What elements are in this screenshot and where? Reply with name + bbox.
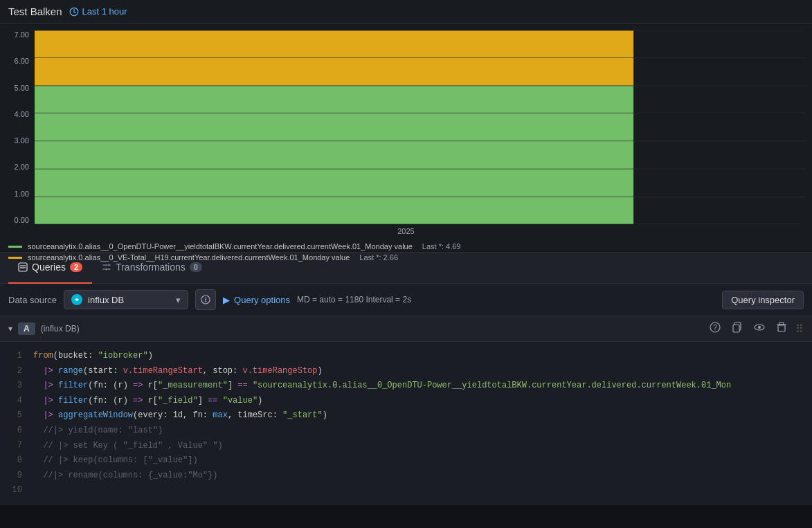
query-label: A bbox=[18, 322, 35, 335]
svg-rect-26 bbox=[778, 325, 785, 331]
query-db-label: (influx DB) bbox=[41, 324, 80, 334]
panel-header: Test Balken Last 1 hour bbox=[0, 0, 812, 24]
code-line-6: 6 //|> yield(name: "last") bbox=[8, 424, 804, 439]
svg-point-25 bbox=[758, 326, 761, 329]
datasource-name: influx DB bbox=[88, 295, 170, 305]
query-options-meta: MD = auto = 1180 Interval = 2s bbox=[297, 295, 411, 304]
code-line-3: 3 |> filter(fn: (r) => r["_measurement"]… bbox=[8, 379, 804, 394]
code-line-7: 7 // |> set Key ( "_field" , Value" ") bbox=[8, 439, 804, 454]
svg-rect-3 bbox=[35, 86, 633, 224]
svg-rect-23 bbox=[733, 325, 739, 332]
chart-area bbox=[35, 30, 805, 224]
legend-item-green: sourceanalytix.0.alias__0_OpenDTU-Power_… bbox=[8, 242, 804, 251]
bar-chart-svg bbox=[35, 30, 805, 224]
chart-legend: sourceanalytix.0.alias__0_OpenDTU-Power_… bbox=[0, 238, 812, 266]
query-delete-button[interactable] bbox=[773, 320, 790, 337]
x-axis-label: 2025 bbox=[0, 224, 812, 238]
query-options-toggle[interactable]: ▶ Query options bbox=[223, 295, 290, 305]
datasource-selector[interactable]: influx DB ▾ bbox=[64, 290, 188, 309]
legend-last-green: Last *: 4.69 bbox=[422, 242, 461, 251]
legend-color-yellow bbox=[8, 257, 22, 259]
svg-rect-28 bbox=[779, 322, 784, 325]
code-line-9: 9 //|> rename(columns: {_value:"Mo"}) bbox=[8, 468, 804, 484]
query-help-button[interactable]: ? bbox=[707, 320, 723, 337]
datasource-dropdown-arrow: ▾ bbox=[176, 295, 181, 305]
datasource-info-btn[interactable] bbox=[195, 289, 216, 310]
query-inspector-button[interactable]: Query inspector bbox=[722, 291, 804, 309]
time-range-selector[interactable]: Last 1 hour bbox=[69, 6, 127, 17]
drag-handle[interactable]: ⠿ bbox=[795, 322, 804, 336]
time-range-label: Last 1 hour bbox=[82, 6, 127, 17]
legend-text-yellow: sourceanalytix.0.alias__0_VE-Total__H19.… bbox=[28, 253, 350, 262]
datasource-label: Data source bbox=[8, 295, 57, 305]
svg-point-19 bbox=[205, 297, 206, 298]
clock-icon bbox=[69, 7, 79, 17]
legend-text-green: sourceanalytix.0.alias__0_OpenDTU-Power_… bbox=[28, 242, 413, 251]
code-editor[interactable]: 1 from(bucket: "iobroker") 2 |> range(st… bbox=[0, 342, 812, 505]
code-line-5: 5 |> aggregateWindow(every: 1d, fn: max,… bbox=[8, 408, 804, 424]
query-actions: ? ⠿ bbox=[707, 320, 804, 337]
code-line-1: 1 from(bucket: "iobroker") bbox=[8, 349, 804, 364]
code-line-2: 2 |> range(start: v.timeRangeStart, stop… bbox=[8, 364, 804, 379]
query-editor-section: ▾ A (influx DB) ? ⠿ 1 from(bucket: "iobr… bbox=[0, 316, 812, 505]
svg-rect-4 bbox=[35, 30, 633, 86]
chevron-right-icon: ▶ bbox=[223, 295, 230, 305]
influxdb-icon bbox=[71, 294, 82, 305]
svg-text:?: ? bbox=[713, 324, 717, 331]
panel-title: Test Balken bbox=[8, 6, 62, 17]
code-line-4: 4 |> filter(fn: (r) => r["_field"] == "v… bbox=[8, 394, 804, 409]
legend-item-yellow: sourceanalytix.0.alias__0_VE-Total__H19.… bbox=[8, 253, 804, 262]
code-line-10: 10 bbox=[8, 483, 804, 498]
query-editor-header: ▾ A (influx DB) ? ⠿ bbox=[0, 316, 812, 342]
query-options-label: Query options bbox=[234, 295, 290, 305]
code-line-8: 8 // |> keep(columns: ["_value"]) bbox=[8, 453, 804, 468]
legend-color-green bbox=[8, 246, 22, 248]
collapse-button[interactable]: ▾ bbox=[8, 324, 12, 334]
info-icon bbox=[201, 295, 210, 304]
query-toolbar: Data source influx DB ▾ ▶ Query options … bbox=[0, 284, 812, 316]
query-toggle-visibility-button[interactable] bbox=[751, 320, 768, 337]
y-axis: 7.00 6.00 5.00 4.00 3.00 2.00 1.00 0.00 bbox=[7, 30, 35, 224]
query-copy-button[interactable] bbox=[729, 320, 746, 337]
svg-line-2 bbox=[74, 12, 75, 12]
legend-last-yellow: Last *: 2.66 bbox=[359, 253, 398, 262]
chart-container: 7.00 6.00 5.00 4.00 3.00 2.00 1.00 0.00 bbox=[0, 24, 812, 252]
